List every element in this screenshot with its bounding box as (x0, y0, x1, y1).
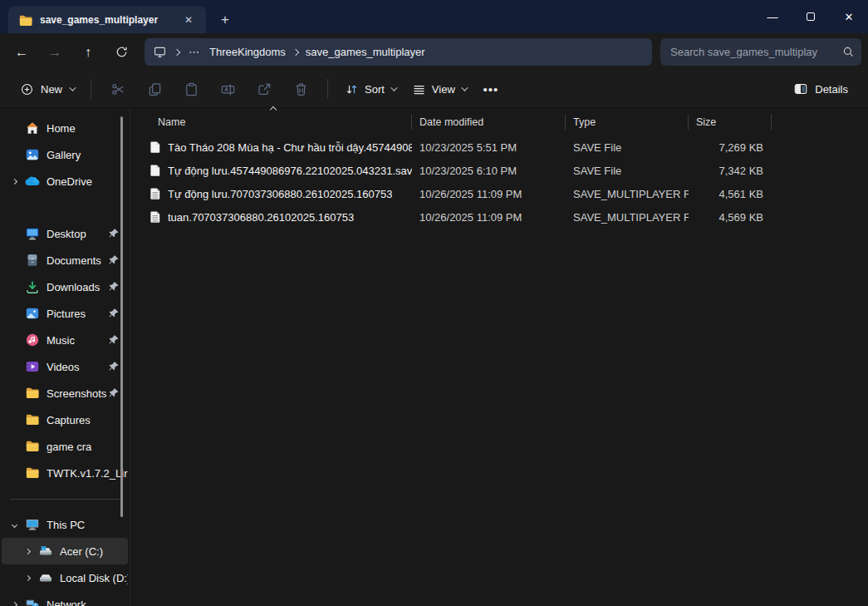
sidebar-item-pictures[interactable]: Pictures (2, 300, 128, 327)
gallery-icon (25, 147, 40, 162)
expander-chevron-down-icon[interactable] (7, 523, 22, 527)
home-icon (25, 121, 40, 135)
view-button[interactable]: View (404, 77, 474, 101)
maximize-icon (807, 12, 815, 21)
share-button[interactable] (246, 75, 282, 103)
search-box[interactable] (660, 38, 861, 66)
breadcrumb-threekingdoms[interactable]: ThreeKingdoms (209, 46, 286, 58)
details-button[interactable]: Details (785, 76, 856, 101)
file-action-group (100, 75, 319, 103)
pin-icon (108, 308, 120, 319)
column-header-row: Name Date modified Type Size (130, 111, 868, 133)
sidebar-item-network[interactable]: Network (2, 591, 128, 606)
documents-icon (25, 253, 40, 268)
sidebar-item-screenshots[interactable]: Screenshots (2, 380, 128, 406)
tab-close-icon[interactable]: ✕ (179, 11, 198, 29)
chevron-down-icon (390, 84, 397, 91)
column-header-size[interactable]: Size (689, 115, 772, 130)
sidebar-scrollbar[interactable] (120, 116, 123, 517)
sidebar-item-local-disk-d[interactable]: Local Disk (D:) (2, 564, 128, 591)
sidebar-item-this-pc[interactable]: This PC (2, 511, 128, 538)
sidebar-item-music[interactable]: Music (2, 327, 128, 353)
sidebar-item-label: Home (47, 122, 128, 135)
sidebar-item-captures[interactable]: Captures (2, 406, 128, 433)
column-header-type[interactable]: Type (566, 115, 689, 130)
sidebar-item-twtk-v1-7-2-lir[interactable]: TWTK.v1.7.2_Lir (2, 460, 128, 486)
file-name-cell[interactable]: Tào Tháo 208 Mùa hạ - Chư hầu trỗi dậy.4… (130, 140, 412, 154)
search-icon[interactable] (842, 46, 855, 58)
file-type: SAVE_MULTIPLAYER File (566, 211, 689, 224)
file-lines-icon (149, 210, 162, 224)
sidebar-item-home[interactable]: Home (2, 115, 128, 141)
up-button[interactable]: ↑ (71, 38, 105, 67)
file-row[interactable]: tuan.707037306880.26102025.16075310/26/2… (130, 205, 868, 229)
copy-icon (147, 81, 163, 97)
refresh-button[interactable] (105, 38, 138, 67)
sidebar-item-documents[interactable]: Documents (2, 247, 128, 273)
details-button-label: Details (815, 83, 848, 96)
folder-icon (25, 466, 40, 480)
videos-icon (25, 359, 40, 374)
sidebar-item-videos[interactable]: Videos (2, 353, 128, 380)
delete-icon (293, 81, 309, 97)
delete-button[interactable] (282, 75, 319, 103)
copy-button[interactable] (136, 75, 173, 103)
expander-chevron-right-icon[interactable] (7, 603, 22, 606)
file-date-modified: 10/26/2025 11:09 PM (412, 211, 566, 224)
sidebar-item-onedrive[interactable]: OneDrive (2, 168, 128, 195)
sidebar-item-acer-c[interactable]: Acer (C:) (2, 538, 128, 564)
sidebar-item-label: Documents (47, 254, 108, 267)
maximize-button[interactable] (792, 0, 830, 33)
folder-icon (25, 412, 40, 427)
plus-circle-icon (20, 82, 34, 96)
more-options-button[interactable]: ••• (474, 82, 508, 96)
back-button[interactable]: ← (5, 38, 38, 67)
sidebar: HomeGalleryOneDrive DesktopDocumentsDown… (0, 108, 130, 606)
close-button[interactable]: ✕ (830, 0, 868, 33)
file-name-cell[interactable]: tuan.707037306880.26102025.160753 (130, 210, 412, 224)
file-name-cell[interactable]: Tự động lưu.457449086976.22102025.043231… (130, 164, 412, 177)
file-list-pane: Name Date modified Type Size Tào Tháo 20… (130, 108, 868, 606)
rename-button[interactable] (209, 75, 246, 103)
file-name-cell[interactable]: Tự động lưu.707037306880.26102025.160753 (130, 187, 412, 200)
sort-button[interactable]: Sort (336, 77, 404, 101)
minimize-button[interactable]: — (753, 0, 792, 33)
breadcrumb-current-folder[interactable]: save_games_multiplayer (306, 46, 425, 58)
sidebar-item-label: game cra (47, 441, 128, 453)
address-bar[interactable]: ⋯ ThreeKingdoms save_games_multiplayer (145, 38, 652, 66)
new-tab-button[interactable]: + (213, 8, 238, 32)
sidebar-item-downloads[interactable]: Downloads (2, 273, 128, 300)
column-header-name[interactable]: Name (130, 115, 412, 130)
paste-icon (184, 81, 199, 97)
search-input[interactable] (670, 46, 842, 58)
file-blank-icon (149, 164, 162, 177)
column-header-date-modified[interactable]: Date modified (412, 115, 566, 130)
titlebar: save_games_multiplayer ✕ + — ✕ (0, 0, 868, 33)
desktop-icon (25, 226, 40, 241)
sidebar-item-gallery[interactable]: Gallery (2, 141, 128, 168)
folder-icon (25, 439, 40, 454)
sidebar-item-desktop[interactable]: Desktop (2, 220, 128, 247)
expander-chevron-right-icon[interactable] (20, 549, 35, 554)
forward-button: → (38, 38, 71, 67)
file-type: SAVE_MULTIPLAYER File (566, 188, 689, 200)
paste-button[interactable] (173, 75, 209, 103)
file-row[interactable]: Tào Tháo 208 Mùa hạ - Chư hầu trỗi dậy.4… (130, 135, 868, 159)
cut-button[interactable] (100, 75, 136, 103)
sidebar-item-label: Network (47, 599, 128, 606)
file-size: 7,342 KB (689, 165, 772, 177)
pin-icon (108, 334, 120, 346)
file-row[interactable]: Tự động lưu.707037306880.26102025.160753… (130, 182, 868, 205)
file-name: Tự động lưu.707037306880.26102025.160753 (168, 188, 392, 200)
new-button[interactable]: New (12, 77, 82, 101)
sidebar-item-label: OneDrive (47, 175, 128, 188)
file-name: tuan.707037306880.26102025.160753 (168, 211, 354, 224)
command-toolbar: New Sort View ••• Details (0, 71, 868, 108)
expander-chevron-right-icon[interactable] (20, 576, 35, 580)
expander-chevron-right-icon[interactable] (7, 180, 22, 184)
sidebar-item-game-cra[interactable]: game cra (2, 433, 128, 460)
breadcrumb-ellipsis[interactable]: ⋯ (187, 46, 203, 58)
explorer-tab[interactable]: save_games_multiplayer ✕ (8, 6, 206, 33)
file-row[interactable]: Tự động lưu.457449086976.22102025.043231… (130, 159, 868, 182)
window-controls: — ✕ (753, 0, 868, 33)
